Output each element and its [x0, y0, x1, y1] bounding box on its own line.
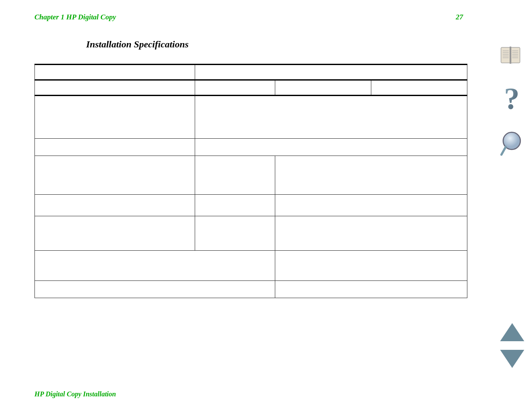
spec-table: [34, 64, 467, 298]
scroll-down-button[interactable]: [500, 350, 524, 368]
page-number: 27: [456, 13, 463, 22]
page-container: Chapter 1 HP Digital Copy 27 Installatio…: [0, 0, 532, 411]
book-icon[interactable]: [498, 43, 524, 69]
nav-icons: [500, 323, 524, 368]
table-row: [35, 139, 467, 156]
table-row: [35, 216, 467, 251]
magnifier-icon[interactable]: [498, 129, 524, 159]
page-header: Chapter 1 HP Digital Copy 27: [34, 13, 463, 22]
question-icon[interactable]: ?: [498, 82, 524, 116]
table-row: [35, 156, 467, 195]
svg-line-15: [501, 147, 506, 155]
table-row: [35, 80, 467, 96]
table-row: [35, 65, 467, 80]
svg-rect-2: [510, 47, 511, 64]
table-row: [35, 281, 467, 298]
table-row: [35, 96, 467, 139]
svg-rect-0: [501, 47, 510, 63]
footer-text: HP Digital Copy Installation: [34, 390, 116, 398]
scroll-up-button[interactable]: [500, 323, 524, 341]
sidebar-icons: ?: [498, 43, 524, 159]
chapter-title: Chapter 1 HP Digital Copy: [34, 13, 116, 22]
spec-table-area: [34, 64, 467, 368]
table-row: [35, 251, 467, 281]
svg-text:?: ?: [504, 83, 520, 115]
page-title: Installation Specifications: [86, 39, 189, 50]
svg-rect-1: [510, 47, 520, 63]
table-row: [35, 195, 467, 216]
